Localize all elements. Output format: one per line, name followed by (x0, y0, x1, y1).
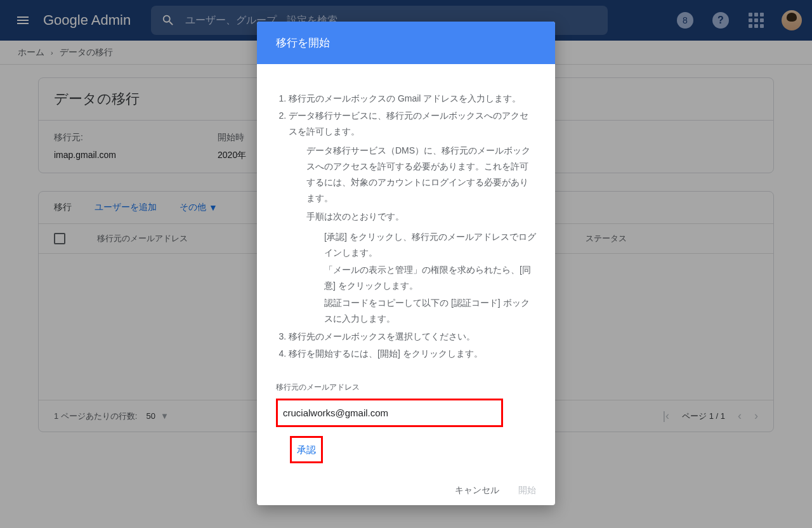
modal-footer: キャンセル 開始 (257, 476, 555, 505)
start-button[interactable]: 開始 (518, 485, 536, 496)
step-1: 移行元のメールボックスの Gmail アドレスを入力します。 (289, 91, 536, 107)
cancel-button[interactable]: キャンセル (455, 485, 499, 496)
source-email-input[interactable]: crucialworks@gmail.com (276, 399, 503, 427)
modal-body: 移行元のメールボックスの Gmail アドレスを入力します。 データ移行サービス… (257, 64, 555, 476)
step-2-sub: データ移行サービス（DMS）に、移行元のメールボックスへのアクセスを許可する必要… (289, 143, 536, 207)
step-2a: [承認] をクリックし、移行元のメールアドレスでログインします。 (324, 229, 536, 261)
step-2-text: データ移行サービスに、移行元のメールボックスへのアクセスを許可します。 (289, 110, 528, 136)
step-2b: 「メールの表示と管理」の権限を求められたら、[同意] をクリックします。 (324, 262, 536, 294)
step-2c: 認証コードをコピーして以下の [認証コード] ボックスに入力します。 (324, 295, 536, 327)
step-2-instr: 手順は次のとおりです。 (289, 209, 536, 225)
migration-start-modal: 移行を開始 移行元のメールボックスの Gmail アドレスを入力します。 データ… (257, 22, 555, 505)
modal-title: 移行を開始 (257, 22, 555, 64)
step-3: 移行先のメールボックスを選択してください。 (289, 329, 536, 345)
step-2: データ移行サービスに、移行元のメールボックスへのアクセスを許可します。 データ移… (289, 108, 536, 327)
approve-button[interactable]: 承認 (290, 436, 323, 463)
step-4: 移行を開始するには、[開始] をクリックします。 (289, 346, 536, 362)
email-field-label: 移行元のメールアドレス (276, 381, 536, 395)
